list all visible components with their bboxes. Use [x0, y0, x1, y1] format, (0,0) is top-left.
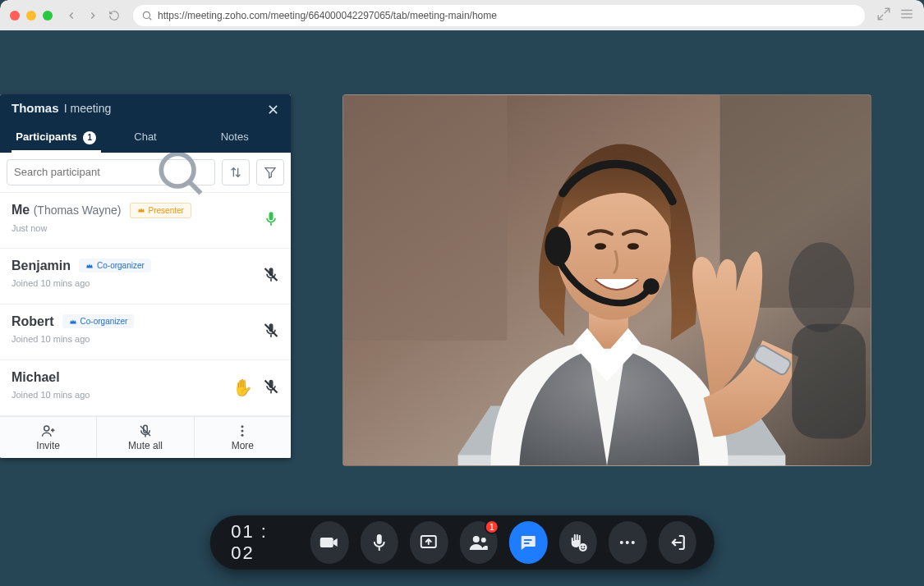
- participants-button[interactable]: 1: [459, 521, 497, 564]
- participant-row[interactable]: Robert Co-organizer Joined 10 mins ago: [0, 304, 291, 360]
- role-label: Co-organizer: [97, 261, 145, 270]
- tab-participants-label: Participants: [16, 130, 76, 143]
- participant-row[interactable]: Me (Thomas Wayne) Presenter Just now: [0, 193, 291, 249]
- svg-point-54: [620, 541, 623, 544]
- window-controls: [10, 11, 53, 21]
- participant-name: Robert: [11, 314, 54, 329]
- invite-button[interactable]: Invite: [0, 417, 97, 458]
- svg-point-48: [481, 538, 486, 543]
- svg-rect-19: [270, 391, 272, 393]
- svg-point-21: [44, 426, 48, 431]
- search-input[interactable]: [14, 166, 152, 178]
- search-icon: [141, 10, 153, 21]
- microphone-button[interactable]: [360, 521, 398, 564]
- minimize-window[interactable]: [26, 11, 36, 21]
- participants-badge: 1: [485, 520, 499, 534]
- svg-point-27: [241, 425, 244, 428]
- panel-title-name: Thomas: [11, 101, 59, 115]
- svg-rect-44: [377, 534, 382, 544]
- url-text: https://meeting.zoho.com/meeting/6640000…: [158, 10, 497, 21]
- panel-title: Thomas I meeting: [11, 101, 111, 115]
- share-screen-button[interactable]: [410, 521, 448, 564]
- svg-rect-50: [524, 543, 530, 544]
- search-icon: [152, 144, 208, 200]
- nav-reload-icon[interactable]: [107, 8, 122, 23]
- svg-point-0: [143, 11, 149, 18]
- svg-rect-43: [792, 324, 866, 439]
- panel-title-suffix: I meeting: [64, 102, 112, 115]
- browser-chrome: https://meeting.zoho.com/meeting/6640000…: [0, 0, 924, 30]
- participant-name: Me (Thomas Wayne): [11, 203, 122, 217]
- svg-point-47: [473, 536, 480, 543]
- role-chip: Co-organizer: [62, 314, 135, 328]
- camera-button[interactable]: [310, 521, 348, 564]
- chrome-right: [876, 7, 914, 25]
- svg-point-7: [161, 153, 194, 186]
- participant-row[interactable]: Michael Joined 10 mins ago ✋: [0, 360, 291, 416]
- svg-point-55: [626, 541, 629, 544]
- nav-forward-icon[interactable]: [85, 8, 100, 23]
- more-options-button[interactable]: [609, 521, 646, 564]
- svg-rect-31: [343, 95, 507, 341]
- reactions-button[interactable]: [559, 521, 596, 564]
- svg-point-53: [583, 546, 585, 547]
- raised-hand-icon: ✋: [232, 378, 253, 397]
- role-label: Co-organizer: [80, 317, 128, 326]
- svg-line-2: [885, 8, 890, 13]
- panel-header: Thomas I meeting ✕ Participants 1 Chat N…: [0, 94, 291, 153]
- svg-rect-10: [269, 212, 274, 220]
- row-icons: [263, 323, 279, 341]
- main-video-tile: [342, 94, 871, 466]
- tab-notes-label: Notes: [221, 130, 249, 143]
- tab-participants[interactable]: Participants 1: [11, 124, 101, 153]
- meeting-toolbar: 01 : 02 1: [209, 515, 714, 570]
- participant-name: Benjamin: [11, 259, 71, 273]
- svg-marker-9: [265, 167, 275, 177]
- participants-panel: Thomas I meeting ✕ Participants 1 Chat N…: [0, 94, 291, 458]
- tab-participants-count: 1: [83, 131, 96, 144]
- participant-row[interactable]: Benjamin Co-organizer Joined 10 mins ago: [0, 249, 291, 304]
- svg-point-56: [632, 541, 635, 544]
- joined-time: Just now: [11, 223, 279, 233]
- more-button[interactable]: More: [195, 417, 291, 458]
- filter-button[interactable]: [256, 159, 284, 185]
- participant-list: Me (Thomas Wayne) Presenter Just now Ben…: [0, 193, 291, 416]
- mute-all-button[interactable]: Mute all: [97, 417, 194, 458]
- invite-label: Invite: [36, 440, 60, 451]
- search-input-wrap[interactable]: [7, 159, 215, 185]
- expand-icon[interactable]: [876, 7, 891, 25]
- close-icon[interactable]: ✕: [267, 101, 279, 119]
- leave-button[interactable]: [658, 521, 696, 564]
- role-chip: Presenter: [130, 203, 191, 218]
- panel-actions: Invite Mute all More: [0, 416, 291, 458]
- participant-name-meta: (Thomas Wayne): [34, 204, 122, 217]
- svg-point-42: [788, 242, 854, 332]
- svg-point-28: [241, 429, 244, 432]
- chat-button[interactable]: [509, 521, 547, 564]
- panel-tabs: Participants 1 Chat Notes: [11, 124, 279, 153]
- more-label: More: [232, 440, 254, 451]
- svg-point-38: [627, 243, 639, 250]
- svg-point-37: [595, 243, 606, 250]
- mute-all-label: Mute all: [128, 440, 163, 451]
- svg-rect-16: [270, 335, 272, 337]
- sort-button[interactable]: [222, 159, 250, 185]
- close-window[interactable]: [10, 11, 20, 21]
- mic-muted-icon: [263, 378, 279, 397]
- maximize-window[interactable]: [43, 11, 53, 21]
- svg-rect-49: [524, 539, 532, 541]
- role-label: Presenter: [149, 206, 184, 215]
- joined-time: Joined 10 mins ago: [11, 278, 279, 288]
- tab-chat[interactable]: Chat: [101, 124, 191, 153]
- tab-notes[interactable]: Notes: [190, 124, 279, 153]
- joined-time: Joined 10 mins ago: [11, 334, 279, 344]
- svg-rect-13: [270, 279, 272, 282]
- svg-point-51: [579, 543, 587, 552]
- mic-muted-icon: [263, 267, 279, 286]
- url-bar[interactable]: https://meeting.zoho.com/meeting/6640000…: [133, 5, 865, 26]
- svg-line-1: [149, 17, 152, 20]
- nav-back-icon[interactable]: [64, 8, 79, 23]
- search-row: [0, 153, 291, 193]
- menu-icon[interactable]: [899, 7, 914, 25]
- svg-line-8: [191, 182, 201, 193]
